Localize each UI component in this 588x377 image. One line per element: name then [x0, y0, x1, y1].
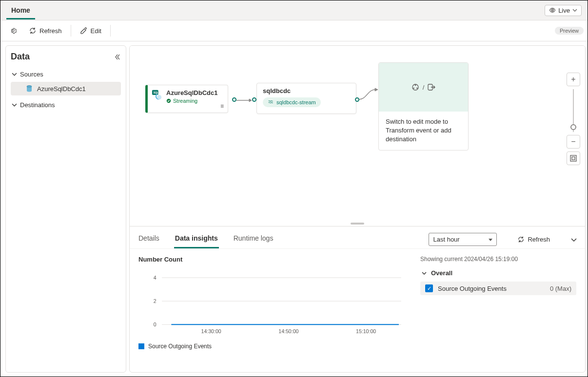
- tab-data-insights[interactable]: Data insights: [174, 230, 219, 248]
- chevron-down-icon: [12, 102, 17, 108]
- chart-legend: Source Outgoing Events: [138, 343, 411, 350]
- divider: [110, 25, 111, 37]
- legend-swatch: [138, 343, 144, 349]
- edit-button[interactable]: Edit: [75, 24, 106, 38]
- svg-text:14:30:00: 14:30:00: [201, 328, 221, 334]
- legend-label: Source Outgoing Events: [148, 343, 212, 350]
- gear-icon: [9, 27, 17, 35]
- chevron-down-icon: [12, 72, 17, 77]
- insights-refresh-button[interactable]: Refresh: [517, 236, 550, 243]
- check-circle-icon: [166, 98, 171, 103]
- svg-text:SQL: SQL: [154, 91, 158, 94]
- time-range-select[interactable]: Last hour: [429, 233, 497, 246]
- refresh-icon: [517, 236, 525, 243]
- refresh-icon: [29, 27, 37, 35]
- top-nav: Home Live: [0, 0, 588, 20]
- node-stream[interactable]: sqldbcdc sqldbcdc-stream: [256, 83, 356, 114]
- source-item-label: AzureSqlDbCdc1: [37, 85, 86, 93]
- svg-point-0: [552, 10, 553, 11]
- collapse-icon[interactable]: [113, 53, 121, 61]
- chevron-down-icon[interactable]: [570, 236, 577, 243]
- overall-toggle[interactable]: Overall: [420, 267, 576, 279]
- edit-label: Edit: [91, 27, 101, 35]
- refresh-button[interactable]: Refresh: [24, 24, 67, 38]
- events-chart: 4 2 0 14:30:00 14:50:00 15:10:00: [138, 267, 411, 340]
- chevron-down-icon: [421, 270, 427, 276]
- svg-point-11: [413, 88, 414, 89]
- svg-text:14:50:00: 14:50:00: [278, 328, 298, 334]
- settings-button[interactable]: [4, 24, 22, 38]
- refresh-label: Refresh: [39, 27, 62, 35]
- sidebar-item-source[interactable]: AzureSqlDbCdc1: [11, 82, 121, 95]
- node-destination-placeholder[interactable]: / Switch to edit mode to Transform event…: [378, 62, 469, 151]
- sources-section[interactable]: Sources: [11, 68, 121, 81]
- port-out[interactable]: [232, 97, 236, 102]
- sql-db-icon: [25, 85, 33, 93]
- sidebar-title: Data: [11, 52, 30, 62]
- transform-icon: [411, 83, 420, 92]
- showing-timestamp: Showing current 2024/04/26 15:19:00: [420, 256, 576, 263]
- svg-rect-13: [570, 155, 576, 161]
- metric-row[interactable]: ✓ Source Outgoing Events 0 (Max): [420, 282, 576, 295]
- zoom-fit-button[interactable]: [567, 151, 580, 165]
- overall-label: Overall: [431, 269, 452, 277]
- panel-splitter[interactable]: [130, 221, 585, 226]
- tab-runtime-logs[interactable]: Runtime logs: [233, 230, 274, 248]
- svg-rect-14: [572, 157, 575, 160]
- live-dropdown[interactable]: Live: [545, 5, 582, 16]
- port-out[interactable]: [355, 97, 359, 102]
- svg-point-5: [157, 95, 161, 99]
- svg-text:2: 2: [154, 298, 157, 304]
- svg-point-10: [416, 88, 417, 89]
- main-area: SQL AzureSqlDbCdc1 Streaming ≡: [129, 45, 586, 373]
- svg-text:15:10:00: 15:10:00: [356, 328, 376, 334]
- stream-node-title: sqldbcdc: [263, 87, 350, 94]
- edit-icon: [80, 27, 88, 35]
- refresh-label: Refresh: [528, 236, 550, 243]
- svg-text:4: 4: [154, 275, 157, 281]
- source-node-status: Streaming: [166, 98, 217, 104]
- chart-title: Number Count: [138, 256, 411, 263]
- sidebar: Data Sources AzureSqlDbCdc1 Destinations: [5, 45, 126, 373]
- output-icon: [427, 83, 436, 92]
- stream-pill: sqldbcdc-stream: [263, 97, 321, 107]
- tab-home[interactable]: Home: [6, 1, 35, 19]
- metric-checkbox[interactable]: ✓: [425, 284, 433, 292]
- svg-point-9: [414, 85, 415, 86]
- live-label: Live: [558, 7, 570, 14]
- divider: [71, 25, 71, 37]
- node-source[interactable]: SQL AzureSqlDbCdc1 Streaming ≡: [145, 85, 228, 113]
- zoom-controls: + −: [567, 73, 580, 165]
- sources-label: Sources: [20, 71, 43, 78]
- pipeline-canvas[interactable]: SQL AzureSqlDbCdc1 Streaming ≡: [130, 46, 585, 221]
- zoom-slider-thumb[interactable]: [570, 124, 576, 130]
- zoom-out-button[interactable]: −: [567, 135, 580, 149]
- destination-help-text: Switch to edit mode to Transform event o…: [379, 112, 468, 150]
- zoom-in-button[interactable]: +: [567, 73, 580, 86]
- svg-text:0: 0: [154, 321, 157, 327]
- source-node-title: AzureSqlDbCdc1: [166, 89, 217, 96]
- stream-icon: [268, 99, 274, 105]
- chart-area: Number Count 4 2 0 14:30:00: [138, 256, 411, 367]
- fit-icon: [570, 155, 577, 162]
- stats-area: Showing current 2024/04/26 15:19:00 Over…: [420, 256, 576, 367]
- chevron-down-icon: [572, 8, 577, 13]
- metric-value: 0 (Max): [550, 285, 571, 292]
- port-in[interactable]: [252, 97, 256, 102]
- eye-icon: [549, 7, 556, 14]
- destinations-section[interactable]: Destinations: [11, 98, 121, 112]
- node-more-icon[interactable]: ≡: [220, 103, 224, 110]
- sql-cdc-icon: SQL: [152, 89, 162, 100]
- zoom-slider-track[interactable]: [573, 89, 574, 132]
- tab-details[interactable]: Details: [137, 230, 160, 248]
- preview-badge: Preview: [555, 27, 584, 35]
- connector-arrow: [359, 87, 379, 102]
- connector-arrow: [236, 98, 252, 102]
- bottom-panel: Details Data insights Runtime logs Last …: [130, 226, 585, 372]
- metric-label: Source Outgoing Events: [438, 285, 507, 292]
- toolbar: Refresh Edit Preview: [0, 20, 588, 41]
- destinations-label: Destinations: [20, 101, 55, 109]
